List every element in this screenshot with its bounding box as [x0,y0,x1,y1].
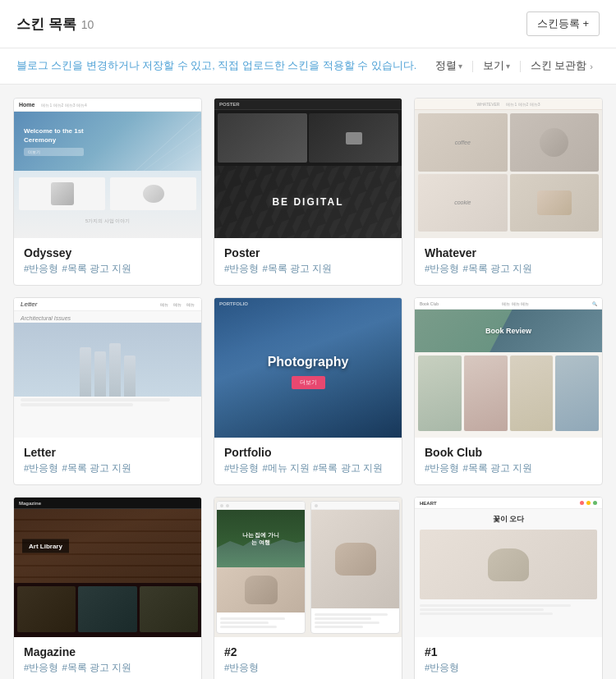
chevron-right-icon: › [590,62,593,71]
odyssey-name: Odyssey [24,246,191,259]
poster-tags: #반응형 #목록 광고 지원 [224,263,392,275]
magazine-name: Magazine [24,645,191,658]
whatever-tags: #반응형 #목록 광고 지원 [425,263,592,275]
skin-preview-hash1: HEART 꽃이 오다 [415,498,602,637]
view-button[interactable]: 보기 ▾ [476,57,517,76]
hash1-animal-shape [488,548,529,581]
chevron-down-icon: ▾ [458,62,462,71]
magazine-tags: #반응형 #목록 광고 지원 [24,662,191,674]
skin-card-bookclub[interactable]: Book Club 메뉴 메뉴 메뉴 🔍 Book Review Book Cl… [414,297,603,485]
hash1-tags: #반응형 [425,662,592,674]
hash2-phone-right [310,501,400,634]
odyssey-info: Odyssey #반응형 #목록 광고 지원 [14,238,201,285]
skin-preview-magazine: Magazine Art Library [14,498,201,637]
magazine-hero: Art Library [14,509,201,583]
svg-line-0 [136,112,201,171]
skin-card-hash2[interactable]: 나는 집에 가니는 여행 [214,497,402,679]
whatever-grid: coffee cookie [415,110,602,235]
poster-hero-text: BE DIGITAL [272,196,343,208]
portfolio-btn: 더보기 [292,376,325,389]
skin-count: 10 [81,18,94,31]
whatever-info: Whatever #반응형 #목록 광고 지원 [415,238,602,285]
skin-preview-hash2: 나는 집에 가니는 여행 [214,498,402,637]
poster-hero: BE DIGITAL [214,166,402,238]
hash1-title: 꽃이 오다 [415,509,602,530]
svg-line-1 [144,128,201,171]
portfolio-tags: #반응형 #메뉴 지원 #목록 광고 지원 [224,462,392,475]
skin-card-odyssey[interactable]: Home 메뉴1 메뉴2 메뉴3 메뉴4 Welcome to the 1stC… [13,98,202,286]
hash2-cat-shape [245,576,278,604]
hash1-image [420,530,597,599]
odyssey-nav: Home 메뉴1 메뉴2 메뉴3 메뉴4 [14,99,201,112]
bookclub-grid [415,352,602,434]
bookclub-name: Book Club [425,446,592,459]
hash1-nav: HEART [415,498,602,509]
hash2-name: #2 [224,645,392,658]
odyssey-hero: Welcome to the 1stCeremony 더보기 [14,112,201,171]
header-title-area: 스킨 목록 10 [16,15,94,34]
hash2-animal-shape [335,543,376,576]
odyssey-geo-icon [136,112,201,171]
subheader-description: 블로그 스킨을 변경하거나 저장할 수 있고, 직접 업로드한 스킨을 적용할 … [16,59,416,73]
bookclub-info: Book Club #반응형 #목록 광고 지원 [415,438,602,484]
hash1-info: #1 #반응형 [415,637,602,679]
storage-button[interactable]: 스킨 보관함 › [524,57,600,76]
divider [472,61,473,72]
hash1-description [415,599,602,620]
hash2-title: 나는 집에 가니는 여행 [242,531,280,546]
header: 스킨 목록 10 스킨등록 + [0,0,616,48]
letter-tags: #반응형 #목록 광고 지원 [24,462,191,475]
register-skin-button[interactable]: 스킨등록 + [526,11,600,36]
skin-grid: Home 메뉴1 메뉴2 메뉴3 메뉴4 Welcome to the 1stC… [0,85,616,679]
poster-nav: POSTER [214,99,402,110]
bookclub-hero: Book Review [415,310,602,352]
poster-name: Poster [224,246,392,259]
subheader-link[interactable]: 블로그 스킨을 변경하거나 저장할 수 있고, 직접 업로드한 스킨을 적용할 … [16,60,416,71]
skin-card-portfolio[interactable]: PORTFOLIO Photography 더보기 Portfolio #반응형… [214,297,402,485]
letter-hero [14,323,201,397]
magazine-bottom [14,583,201,635]
svg-line-2 [160,145,201,171]
hash2-phone-left: 나는 집에 가니는 여행 [216,501,306,634]
skin-card-poster[interactable]: POSTER BE DIGITAL Poster #반응형 #목록 광고 [214,98,402,286]
skin-preview-bookclub: Book Club 메뉴 메뉴 메뉴 🔍 Book Review [415,298,602,438]
letter-name: Letter [24,446,191,459]
divider [520,61,521,72]
chevron-down-icon: ▾ [506,62,510,71]
skin-card-magazine[interactable]: Magazine Art Library Magazine #반응형 #목록 광… [13,497,202,679]
magazine-nav: Magazine [14,498,201,509]
page-wrapper: 스킨 목록 10 스킨등록 + 블로그 스킨을 변경하거나 저장할 수 있고, … [0,0,616,679]
whatever-name: Whatever [425,246,592,259]
bookclub-hero-text: Book Review [485,327,531,335]
bookclub-nav: Book Club 메뉴 메뉴 메뉴 🔍 [415,298,602,310]
subheader: 블로그 스킨을 변경하거나 저장할 수 있고, 직접 업로드한 스킨을 적용할 … [0,48,616,85]
letter-nav: Letter 메뉴 메뉴 메뉴 [14,298,201,311]
page-title: 스킨 목록 [16,15,76,34]
letter-info: Letter #반응형 #목록 광고 지원 [14,438,201,484]
subheader-actions: 정렬 ▾ 보기 ▾ 스킨 보관함 › [429,57,600,76]
bookclub-tags: #반응형 #목록 광고 지원 [425,462,592,475]
portfolio-name: Portfolio [224,446,392,459]
hash2-info: #2 #반응형 [214,637,402,679]
skin-card-hash1[interactable]: HEART 꽃이 오다 #1 [414,497,603,679]
sort-button[interactable]: 정렬 ▾ [429,57,469,76]
odyssey-tags: #반응형 #목록 광고 지원 [24,263,191,275]
hash2-hero: 나는 집에 가니는 여행 [217,510,305,567]
hash1-name: #1 [425,645,592,658]
portfolio-info: Portfolio #반응형 #메뉴 지원 #목록 광고 지원 [214,438,402,484]
portfolio-title: Photography [268,355,349,369]
poster-top [214,110,402,166]
skin-preview-letter: Letter 메뉴 메뉴 메뉴 Architectural Issues [14,298,201,438]
letter-subtitle: Architectural Issues [14,311,201,323]
hash2-tags: #반응형 [224,662,392,674]
odyssey-desc: 5가지의 사업 이야기 [14,217,201,227]
portfolio-nav: PORTFOLIO [214,298,402,310]
poster-info: Poster #반응형 #목록 광고 지원 [214,238,402,285]
magazine-badge: Art Library [22,539,69,553]
whatever-nav: WHATEVER 메뉴1 메뉴2 메뉴3 [415,99,602,110]
portfolio-content: Photography 더보기 [214,310,402,434]
skin-card-whatever[interactable]: WHATEVER 메뉴1 메뉴2 메뉴3 coffee cookie [414,98,603,286]
skin-card-letter[interactable]: Letter 메뉴 메뉴 메뉴 Architectural Issues [13,297,202,485]
hash2-image [217,567,305,612]
skin-preview-odyssey: Home 메뉴1 메뉴2 메뉴3 메뉴4 Welcome to the 1stC… [14,99,201,238]
